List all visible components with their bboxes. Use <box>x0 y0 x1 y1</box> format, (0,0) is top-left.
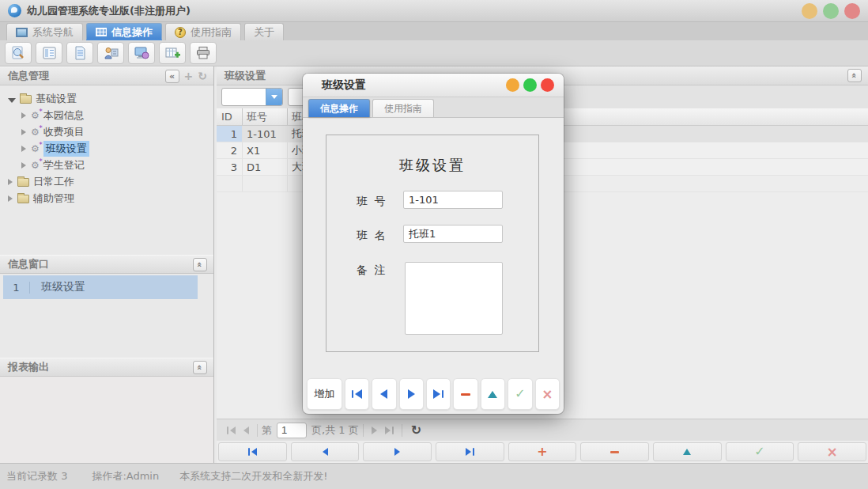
last-record-button[interactable] <box>426 378 451 410</box>
prev-record-button[interactable] <box>372 378 396 410</box>
tool-icon: ⚙ <box>31 127 40 137</box>
search-preview-button[interactable] <box>5 42 32 64</box>
tree-node-student-register[interactable]: ⚙ 学生登记 <box>0 157 213 173</box>
printer-button[interactable] <box>190 42 217 64</box>
last-record-button[interactable] <box>436 442 504 461</box>
maximize-button[interactable] <box>823 3 839 19</box>
dialog-minimize-button[interactable] <box>506 78 519 92</box>
remark-field[interactable] <box>405 262 503 335</box>
post-record-button[interactable] <box>481 378 505 410</box>
dialog-tab-info-operation[interactable]: 信息操作 <box>308 99 370 117</box>
next-record-button[interactable] <box>363 442 432 461</box>
collapsed-arrow-icon[interactable] <box>21 129 26 135</box>
minimize-button[interactable] <box>802 3 817 19</box>
tab-label: 使用指南 <box>384 102 422 116</box>
refresh-icon[interactable]: ↻ <box>198 70 207 82</box>
tree-node-auxiliary[interactable]: 辅助管理 <box>0 190 213 207</box>
collapse-up-button[interactable]: « <box>193 258 207 271</box>
collapsed-arrow-icon[interactable] <box>21 162 26 169</box>
monitor-globe-button[interactable] <box>128 42 155 64</box>
add-icon[interactable]: + <box>184 70 194 82</box>
dialog-maximize-button[interactable] <box>523 78 537 92</box>
tree-label: 本园信息 <box>43 108 85 123</box>
collapse-left-button[interactable]: « <box>165 70 179 83</box>
tab-about[interactable]: 关于 <box>244 23 284 40</box>
next-record-button[interactable] <box>399 378 424 410</box>
delete-record-button[interactable] <box>580 442 649 461</box>
page-next-button[interactable] <box>372 426 377 434</box>
folder-icon <box>17 195 29 203</box>
column-header-filler <box>525 108 868 125</box>
expanded-arrow-icon[interactable] <box>8 98 16 103</box>
page-first-button[interactable] <box>227 426 236 434</box>
main-panel-title: 班级设置 <box>225 69 266 83</box>
class-name-field[interactable] <box>403 225 503 243</box>
report-output-header: 报表输出 « <box>0 358 213 377</box>
tab-system-nav[interactable]: 系统导航 <box>6 23 83 40</box>
tree-node-school-info[interactable]: ⚙ 本园信息 <box>0 107 213 123</box>
add-button[interactable]: 增加 <box>307 378 342 410</box>
combobox-dropdown-button[interactable] <box>266 89 282 105</box>
cancel-button[interactable]: × <box>798 442 866 461</box>
cell-id: 2 <box>217 142 243 158</box>
first-record-button[interactable] <box>345 378 369 410</box>
dialog-tab-user-guide[interactable]: 使用指南 <box>372 99 434 117</box>
dialog-close-button[interactable] <box>541 78 554 92</box>
form-list-button[interactable] <box>36 42 62 64</box>
report-output-panel: 报表输出 « <box>0 358 213 463</box>
post-record-button[interactable] <box>653 442 722 461</box>
add-record-button[interactable]: + <box>508 442 577 461</box>
collapse-up-button[interactable]: « <box>847 69 862 82</box>
refresh-icon[interactable]: ↻ <box>411 423 421 438</box>
folder-icon <box>17 178 29 187</box>
collapsed-arrow-icon[interactable] <box>8 195 13 202</box>
record-count-text: 当前记录数 3 <box>6 469 67 483</box>
column-header-class-no[interactable]: 班号 <box>243 108 288 125</box>
confirm-button[interactable]: ✓ <box>508 378 532 410</box>
cell-class-no: X1 <box>243 142 288 158</box>
collapsed-arrow-icon[interactable] <box>8 179 13 185</box>
column-header-id[interactable]: ID <box>217 108 243 125</box>
form-list-icon <box>42 46 57 60</box>
table-add-button[interactable] <box>159 42 186 64</box>
tree-node-class-settings[interactable]: ⚙ 班级设置 <box>0 140 213 157</box>
monitor-globe-icon <box>134 46 149 60</box>
statusbar: 当前记录数 3 操作者:Admin 本系统支持二次开发和全新开发! <box>0 463 868 489</box>
panel-title: 报表输出 <box>8 360 49 374</box>
collapsed-arrow-icon[interactable] <box>21 112 26 119</box>
monitor-icon <box>16 28 28 37</box>
cancel-button[interactable]: × <box>535 378 560 410</box>
first-record-button[interactable] <box>218 442 287 461</box>
close-button[interactable] <box>844 3 860 19</box>
check-icon: ✓ <box>515 388 525 400</box>
tree-node-daily-work[interactable]: 日常工作 <box>0 173 213 190</box>
tree-label: 辅助管理 <box>33 191 74 206</box>
page-last-button[interactable] <box>385 426 394 434</box>
tab-info-operation[interactable]: 信息操作 <box>86 23 162 40</box>
dialog-titlebar[interactable]: 班级设置 <box>303 74 564 97</box>
search-icon <box>10 46 26 60</box>
folder-icon <box>20 95 32 104</box>
prev-record-button[interactable] <box>291 442 360 461</box>
page-number-input[interactable] <box>277 423 307 438</box>
confirm-button[interactable]: ✓ <box>726 442 794 461</box>
sidebar: 信息管理 « + ↻ 基础设置 ⚙ 本园信息 ⚙ <box>0 66 214 463</box>
toolbar <box>0 40 868 66</box>
minus-icon <box>610 451 619 453</box>
dialog-window-controls <box>506 78 554 92</box>
collapse-up-icon: « <box>195 261 204 267</box>
list-item-class-settings[interactable]: 1 班级设置 <box>3 275 198 299</box>
info-window-header: 信息窗口 « <box>0 255 213 274</box>
class-no-field[interactable] <box>403 191 503 209</box>
document-button[interactable] <box>66 42 93 64</box>
tree-node-fee-items[interactable]: ⚙ 收费项目 <box>0 123 213 140</box>
collapse-up-button[interactable]: « <box>193 361 207 374</box>
divider <box>257 424 258 437</box>
filter-combobox[interactable] <box>221 88 283 106</box>
page-prev-button[interactable] <box>243 426 249 434</box>
user-report-button[interactable] <box>97 42 124 64</box>
tree-node-basic-settings[interactable]: 基础设置 <box>0 90 213 107</box>
tab-user-guide[interactable]: ? 使用指南 <box>165 23 241 40</box>
delete-record-button[interactable] <box>453 378 477 410</box>
collapsed-arrow-icon[interactable] <box>21 146 26 152</box>
